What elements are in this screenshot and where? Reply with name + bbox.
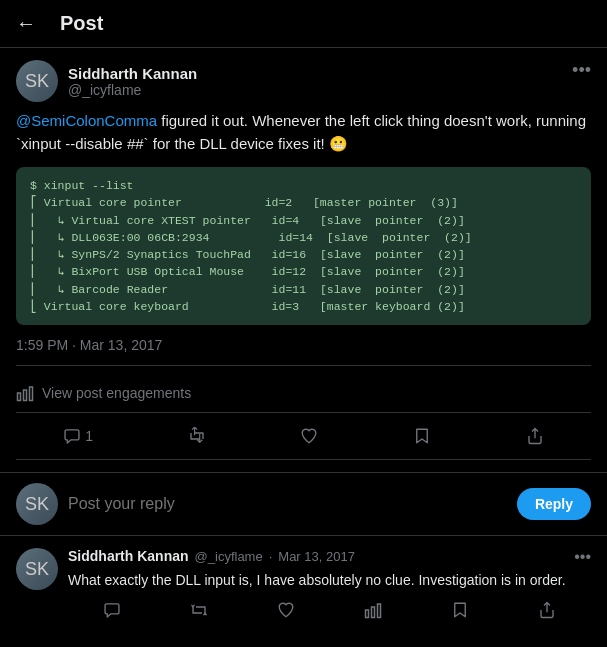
comment-share-icon: [538, 601, 556, 619]
avatar-initial: SK: [25, 71, 49, 92]
header: ← Post: [0, 0, 607, 48]
svg-rect-5: [378, 604, 381, 618]
comment-avatar-initial: SK: [25, 559, 49, 580]
svg-rect-1: [24, 390, 27, 401]
author-name[interactable]: Siddharth Kannan: [68, 65, 197, 82]
reply-avatar-initial: SK: [25, 494, 49, 515]
heart-icon: [300, 427, 318, 445]
reply-input[interactable]: [68, 495, 507, 513]
reply-icon: [63, 427, 81, 445]
comment-avatar-image: SK: [16, 548, 58, 590]
divider-1: [16, 365, 591, 366]
engagements-label: View post engagements: [42, 385, 191, 401]
comment-bookmark-action[interactable]: [451, 601, 469, 619]
reply-count: 1: [85, 428, 93, 444]
post-author-row: SK Siddharth Kannan @_icyflame: [16, 60, 197, 102]
comment-heart-icon: [277, 601, 295, 619]
comment-author-name[interactable]: Siddharth Kannan: [68, 548, 189, 564]
code-block: $ xinput --list ⎡ Virtual core pointer i…: [16, 167, 591, 325]
bookmark-icon: [413, 427, 431, 445]
comment-avatar: SK: [16, 548, 58, 590]
engagements-link[interactable]: View post engagements: [16, 374, 591, 412]
comment-reply-icon: [103, 601, 121, 619]
comment-timestamp: Mar 13, 2017: [278, 549, 355, 564]
svg-rect-4: [372, 607, 375, 618]
share-icon: [526, 427, 544, 445]
comment-share-action[interactable]: [538, 601, 556, 619]
svg-rect-0: [18, 393, 21, 401]
svg-rect-3: [366, 610, 369, 618]
comment-reply-action[interactable]: [103, 601, 121, 619]
reply-avatar-image: SK: [16, 483, 58, 525]
comment-retweet-action[interactable]: [190, 601, 208, 619]
reply-button[interactable]: Reply: [517, 488, 591, 520]
post-timestamp: 1:59 PM · Mar 13, 2017: [16, 337, 591, 353]
retweet-icon: [188, 427, 206, 445]
comment-analytics-icon: [364, 601, 382, 619]
comment-header: Siddharth Kannan @_icyflame · Mar 13, 20…: [68, 548, 591, 566]
author-handle[interactable]: @_icyflame: [68, 82, 197, 98]
avatar-image: SK: [16, 60, 58, 102]
comment-dot-separator: ·: [269, 549, 273, 564]
page-title: Post: [60, 12, 103, 35]
share-action[interactable]: [518, 421, 552, 451]
comment-bookmark-icon: [451, 601, 469, 619]
comment-action-bar: [68, 601, 591, 619]
main-post: SK Siddharth Kannan @_icyflame ••• @Semi…: [0, 48, 607, 473]
retweet-action[interactable]: [180, 421, 214, 451]
post-content: @SemiColonComma figured it out. Whenever…: [16, 110, 591, 155]
like-action[interactable]: [292, 421, 326, 451]
more-options-icon[interactable]: •••: [572, 60, 591, 81]
comment-more-icon[interactable]: •••: [574, 548, 591, 566]
bookmark-action[interactable]: [405, 421, 439, 451]
reply-section: SK Reply: [0, 473, 607, 536]
avatar: SK: [16, 60, 58, 102]
post-header: SK Siddharth Kannan @_icyflame •••: [16, 60, 591, 102]
reply-avatar: SK: [16, 483, 58, 525]
comment-analytics-action[interactable]: [364, 601, 382, 619]
comment-like-action[interactable]: [277, 601, 295, 619]
comment-section: SK Siddharth Kannan @_icyflame · Mar 13,…: [0, 536, 607, 631]
comment-author-handle[interactable]: @_icyflame: [195, 549, 263, 564]
back-button[interactable]: ←: [16, 12, 36, 35]
svg-rect-2: [30, 387, 33, 401]
comment-text: What exactly the DLL input is, I have ab…: [68, 570, 591, 591]
author-info: Siddharth Kannan @_icyflame: [68, 65, 197, 98]
comment-author-row: Siddharth Kannan @_icyflame · Mar 13, 20…: [68, 548, 355, 564]
reply-action[interactable]: 1: [55, 421, 101, 451]
engagements-icon: [16, 384, 34, 402]
action-bar: 1: [16, 412, 591, 460]
mention-link[interactable]: @SemiColonComma: [16, 112, 157, 129]
comment-retweet-icon: [190, 601, 208, 619]
